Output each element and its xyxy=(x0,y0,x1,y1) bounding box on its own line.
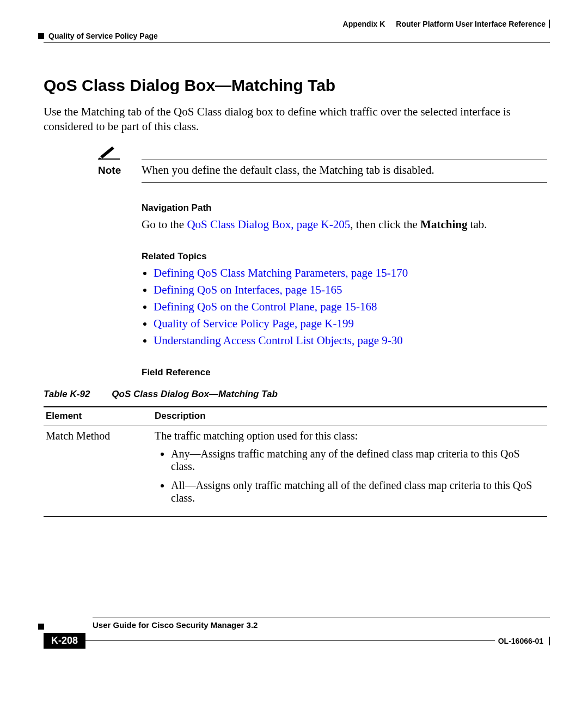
header-divider-icon xyxy=(549,20,550,28)
navigation-path-text: Go to the QoS Class Dialog Box, page K-2… xyxy=(142,218,547,231)
content: QoS Class Dialog Box—Matching Tab Use th… xyxy=(44,76,547,517)
note-block: Note When you define the default class, … xyxy=(98,144,547,183)
related-topics-section: Related Topics Defining QoS Class Matchi… xyxy=(142,251,547,347)
page-title: QoS Class Dialog Box—Matching Tab xyxy=(44,76,547,95)
header-rule xyxy=(44,42,550,43)
nav-bold: Matching xyxy=(420,218,467,231)
intro-paragraph: Use the Matching tab of the QoS Class di… xyxy=(44,105,547,135)
footer: User Guide for Cisco Security Manager 3.… xyxy=(44,618,550,649)
document-page: Appendix K Router Platform User Interfac… xyxy=(0,0,588,714)
related-link[interactable]: Defining QoS on the Control Plane, page … xyxy=(154,300,377,313)
field-reference-section: Field Reference xyxy=(142,367,547,378)
footer-divider-icon xyxy=(549,637,550,645)
desc-bullet: Any—Assigns traffic matching any of the … xyxy=(171,448,544,473)
cell-description: The traffic matching option used for thi… xyxy=(152,425,547,516)
appendix-title: Router Platform User Interface Reference xyxy=(396,20,546,28)
related-link[interactable]: Understanding Access Control List Object… xyxy=(154,334,403,347)
column-header-element: Element xyxy=(44,407,152,425)
table-caption: Table K-92QoS Class Dialog Box—Matching … xyxy=(44,389,547,400)
nav-suffix: tab. xyxy=(467,218,487,231)
table-row: Match Method The traffic matching option… xyxy=(44,425,547,516)
note-top-rule xyxy=(142,160,547,160)
nav-middle: , then click the xyxy=(350,218,420,231)
note-text: When you define the default class, the M… xyxy=(142,163,434,177)
header-right: Appendix K Router Platform User Interfac… xyxy=(343,20,550,28)
related-link[interactable]: Defining QoS Class Matching Parameters, … xyxy=(154,266,408,279)
desc-lead: The traffic matching option used for thi… xyxy=(155,430,544,442)
square-bullet-icon xyxy=(38,33,44,39)
field-reference-table: Element Description Match Method The tra… xyxy=(44,406,547,517)
related-link[interactable]: Defining QoS on Interfaces, page 15-165 xyxy=(154,283,342,296)
section-breadcrumb: Quality of Service Policy Page xyxy=(48,32,158,40)
table-title: QoS Class Dialog Box—Matching Tab xyxy=(112,389,277,399)
related-topics-heading: Related Topics xyxy=(142,251,547,262)
related-topics-list: Defining QoS Class Matching Parameters, … xyxy=(142,266,547,347)
appendix-label: Appendix K xyxy=(343,20,385,28)
note-icon xyxy=(98,144,547,160)
desc-bullet: All—Assigns only traffic matching all of… xyxy=(171,479,544,504)
footer-guide-title: User Guide for Cisco Security Manager 3.… xyxy=(93,620,550,630)
field-reference-heading: Field Reference xyxy=(142,367,547,378)
table-number: Table K-92 xyxy=(44,389,90,399)
footer-bottom-rule xyxy=(85,640,495,641)
footer-top-rule xyxy=(93,618,550,618)
note-label: Note xyxy=(98,164,128,176)
column-header-description: Description xyxy=(152,407,547,425)
navigation-path-heading: Navigation Path xyxy=(142,203,547,213)
nav-link[interactable]: QoS Class Dialog Box, page K-205 xyxy=(187,218,350,231)
doc-number: OL-16066-01 xyxy=(498,637,543,645)
navigation-path-section: Navigation Path Go to the QoS Class Dial… xyxy=(142,203,547,231)
header-left: Quality of Service Policy Page xyxy=(38,32,158,40)
note-bottom-rule xyxy=(142,182,547,183)
nav-prefix: Go to the xyxy=(142,218,187,231)
page-number: K-208 xyxy=(44,633,85,649)
related-link[interactable]: Quality of Service Policy Page, page K-1… xyxy=(154,317,354,330)
cell-element: Match Method xyxy=(44,425,152,516)
footer-bottom-row: K-208 OL-16066-01 xyxy=(44,633,550,649)
